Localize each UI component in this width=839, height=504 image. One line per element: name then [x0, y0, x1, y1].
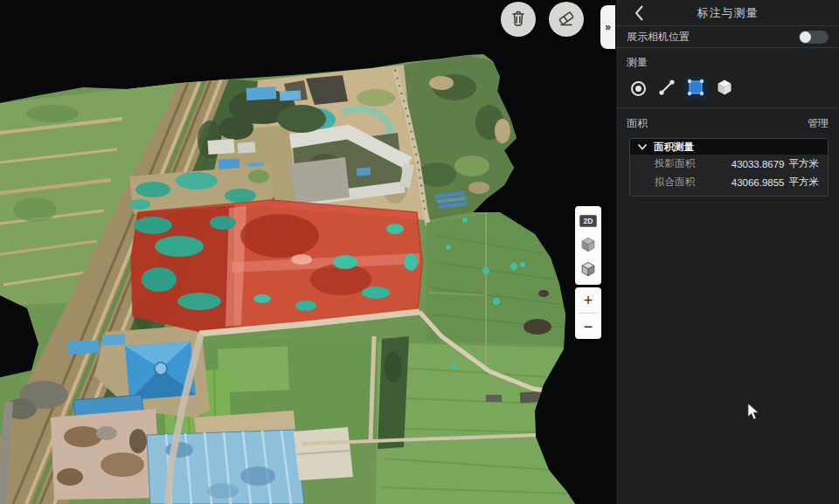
area-measure-button[interactable]: [684, 77, 707, 100]
chevrons-right-icon: »: [605, 21, 611, 33]
volume-measure-icon: [715, 78, 734, 100]
camera-position-toggle[interactable]: [799, 31, 829, 44]
trash-icon: [510, 10, 526, 29]
wireframe-cube-icon: [579, 260, 597, 280]
area-section-header: 面积 管理: [616, 108, 839, 138]
panel-header: 标注与测量: [616, 0, 839, 26]
back-button[interactable]: [634, 4, 644, 25]
manage-link[interactable]: 管理: [808, 116, 829, 131]
area-measurement-card: 面积测量 投影面积 43033.8679 平方米 拟合面积 43066.9855…: [629, 138, 829, 197]
projected-area-unit: 平方米: [789, 157, 820, 170]
measurement-item-title: 面积测量: [654, 141, 694, 154]
projected-area-value: 43033.8679: [732, 159, 785, 169]
point-measure-icon: [631, 81, 646, 96]
toggle-knob: [800, 31, 811, 43]
projected-area-row: 投影面积 43033.8679 平方米: [630, 155, 828, 173]
measure-tools: [627, 77, 829, 100]
zoom-out-button[interactable]: −: [575, 314, 601, 339]
view-cube-button[interactable]: [577, 234, 600, 257]
fitted-area-value: 43066.9855: [732, 177, 785, 188]
cube-icon: [579, 236, 597, 256]
chevron-left-icon: [634, 4, 644, 25]
panel-title: 标注与测量: [616, 5, 839, 21]
projected-area-label: 投影面积: [655, 157, 732, 170]
distance-measure-button[interactable]: [655, 77, 678, 100]
area-label: 面积: [627, 116, 808, 131]
measurement-panel: 标注与测量 展示相机位置 测量: [616, 0, 839, 504]
camera-position-row: 展示相机位置: [616, 26, 839, 48]
chevron-down-icon: [637, 142, 648, 152]
map-viewport[interactable]: » 2D + −: [0, 0, 616, 504]
area-measure-icon: [686, 78, 705, 100]
camera-position-label: 展示相机位置: [627, 30, 799, 45]
delete-button[interactable]: [501, 2, 536, 37]
fitted-area-label: 拟合面积: [655, 176, 732, 189]
distance-measure-icon: [657, 78, 676, 100]
measurement-item-header[interactable]: 面积测量: [630, 139, 828, 155]
view-controls: 2D: [575, 206, 601, 285]
2d-badge-icon: 2D: [579, 215, 597, 227]
eraser-button[interactable]: [549, 2, 584, 37]
point-measure-button[interactable]: [627, 77, 649, 100]
measured-area[interactable]: [131, 200, 422, 332]
zoom-in-button[interactable]: +: [575, 287, 601, 313]
panel-collapse-handle[interactable]: »: [600, 5, 615, 49]
zoom-controls: + −: [575, 287, 601, 339]
app-window: » 2D + −: [0, 0, 839, 504]
view-2d-button[interactable]: 2D: [577, 210, 600, 232]
fitted-area-unit: 平方米: [789, 176, 820, 189]
eraser-icon: [558, 10, 575, 29]
fitted-area-row: 拟合面积 43066.9855 平方米: [630, 173, 828, 191]
measure-section: 测量: [616, 48, 839, 108]
view-wireframe-cube-button[interactable]: [577, 259, 600, 281]
measure-label: 测量: [627, 55, 829, 70]
volume-measure-button[interactable]: [713, 77, 736, 100]
orthophoto-map[interactable]: [0, 0, 616, 504]
mouse-cursor: [747, 403, 761, 422]
